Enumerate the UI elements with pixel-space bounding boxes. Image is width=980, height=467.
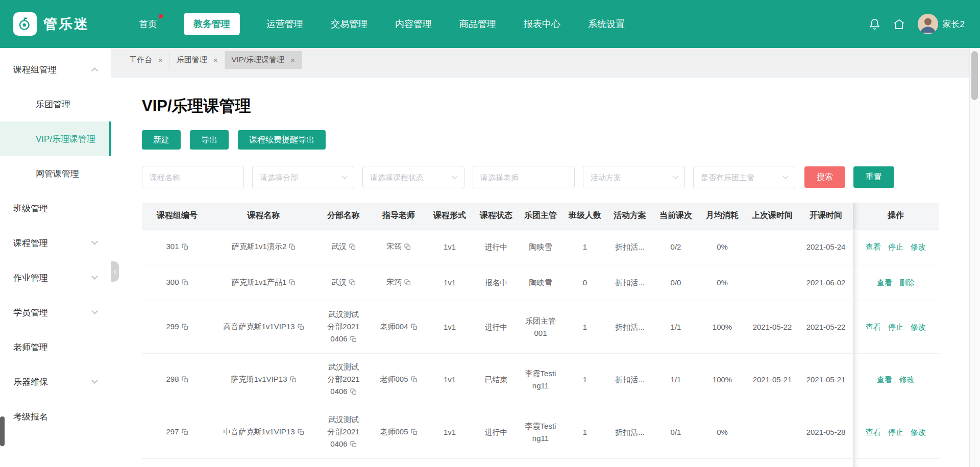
table-cell: 中音萨克斯1v1VIP13 xyxy=(212,406,315,458)
copy-icon[interactable] xyxy=(289,241,296,254)
action-link[interactable]: 查看 xyxy=(866,241,881,253)
tab[interactable]: 乐团管理× xyxy=(170,51,225,69)
nav-item[interactable]: 运营管理 xyxy=(265,13,304,35)
copy-icon[interactable] xyxy=(298,427,304,439)
table-cell: 297 xyxy=(142,406,212,458)
search-button[interactable]: 搜索 xyxy=(804,166,845,188)
action-link[interactable]: 查看 xyxy=(877,374,892,386)
tab[interactable]: 工作台× xyxy=(122,51,170,69)
sidebar-collapse-handle[interactable]: ‹ xyxy=(111,261,119,282)
action-button[interactable]: 新建 xyxy=(142,130,181,150)
sidebar-item[interactable]: VIP/乐理课管理 xyxy=(0,121,111,156)
action-link[interactable]: 查看 xyxy=(877,277,892,289)
nav-item-label: 商品管理 xyxy=(459,19,496,29)
filter-input xyxy=(142,166,244,188)
copy-icon[interactable] xyxy=(182,322,188,334)
nav-item[interactable]: 首页 xyxy=(138,13,158,35)
sidebar-item[interactable]: 老师管理 xyxy=(0,330,111,364)
copy-icon[interactable] xyxy=(350,334,357,346)
sidebar-item[interactable]: 班级管理 xyxy=(0,191,111,226)
vertical-scrollbar[interactable] xyxy=(969,48,980,467)
table-cell xyxy=(746,406,799,458)
table-row: 301萨克斯1v1演示2武汉宋筠1v1进行中陶映雪1折扣活...0/20%202… xyxy=(142,229,939,265)
copy-icon[interactable] xyxy=(411,374,418,386)
home-icon[interactable] xyxy=(893,18,905,30)
sidebar-item-label: VIP/乐理课管理 xyxy=(36,133,95,145)
avatar[interactable] xyxy=(918,14,938,34)
tab-bar: 工作台×乐团管理×VIP/乐理课管理× xyxy=(111,48,969,72)
column-header: 分部名称 xyxy=(315,203,372,229)
filter-select xyxy=(693,166,795,188)
table-cell xyxy=(607,458,653,467)
action-link[interactable]: 停止 xyxy=(888,426,903,438)
nav-item[interactable]: 商品管理 xyxy=(458,13,497,35)
copy-icon[interactable] xyxy=(298,322,304,334)
close-icon[interactable]: × xyxy=(158,56,163,64)
copy-icon[interactable] xyxy=(289,277,296,289)
copy-icon[interactable] xyxy=(411,322,418,334)
copy-icon[interactable] xyxy=(350,386,357,399)
close-icon[interactable]: × xyxy=(290,56,295,64)
filter-field[interactable] xyxy=(252,166,354,188)
sidebar: 课程组管理乐团管理VIP/乐理课管理网管课管理班级管理课程管理作业管理学员管理老… xyxy=(0,48,111,467)
table-row: 299高音萨克斯1v1VIP13武汉测试 分部2021 0406老师0041v1… xyxy=(142,301,939,353)
courses-table: 课程组编号课程名称分部名称指导老师课程形式课程状态乐团主管班级人数活动方案当前课… xyxy=(142,203,939,467)
action-button[interactable]: 课程续费提醒导出 xyxy=(238,130,326,150)
table-row: 武汉测试 分部2021 0406李霞Testi ng11 xyxy=(142,458,939,467)
action-link[interactable]: 修改 xyxy=(911,241,926,253)
action-link[interactable]: 修改 xyxy=(911,321,926,333)
nav-item[interactable]: 交易管理 xyxy=(330,13,369,35)
table-cell: 进行中 xyxy=(474,229,518,265)
sidebar-item[interactable]: 作业管理 xyxy=(0,260,111,295)
filter-field[interactable] xyxy=(583,166,685,188)
reset-button[interactable]: 重置 xyxy=(853,166,894,188)
sidebar-item[interactable]: 网管课管理 xyxy=(0,156,111,191)
copy-icon[interactable] xyxy=(182,374,188,386)
sidebar-item[interactable]: 课程管理 xyxy=(0,226,111,260)
filter-field[interactable] xyxy=(142,166,244,188)
copy-icon[interactable] xyxy=(404,277,411,289)
filter-field[interactable] xyxy=(362,166,464,188)
action-link[interactable]: 查看 xyxy=(866,321,881,333)
user-menu[interactable]: 家长2 xyxy=(918,14,965,34)
sidebar-item[interactable]: 课程组管理 xyxy=(0,52,111,87)
copy-icon[interactable] xyxy=(182,277,188,289)
copy-icon[interactable] xyxy=(290,374,297,386)
action-link[interactable]: 查看 xyxy=(866,426,881,438)
table-cell: 武汉 xyxy=(315,265,372,301)
action-link[interactable]: 停止 xyxy=(888,241,903,253)
nav-item[interactable]: 内容管理 xyxy=(394,13,433,35)
notification-bell-icon[interactable] xyxy=(869,18,880,30)
action-button[interactable]: 导出 xyxy=(190,130,229,150)
vertical-scrollbar-thumb[interactable] xyxy=(971,51,978,100)
copy-icon[interactable] xyxy=(349,277,356,289)
sidebar-item[interactable]: 学员管理 xyxy=(0,295,111,330)
copy-icon[interactable] xyxy=(411,427,418,439)
table-cell: 武汉 xyxy=(315,229,372,265)
nav-item[interactable]: 教务管理 xyxy=(184,13,240,35)
tab[interactable]: VIP/乐理课管理× xyxy=(225,51,302,69)
copy-icon[interactable] xyxy=(182,241,188,254)
nav-item[interactable]: 报表中心 xyxy=(523,13,561,35)
copy-icon[interactable] xyxy=(349,241,356,254)
sidebar-item[interactable]: 考级报名 xyxy=(0,399,111,434)
action-link[interactable]: 停止 xyxy=(888,321,903,333)
filter-field[interactable] xyxy=(693,166,795,188)
copy-icon[interactable] xyxy=(404,241,411,254)
filter-field[interactable] xyxy=(473,166,575,188)
sidebar-scrollbar-thumb[interactable] xyxy=(0,416,5,446)
copy-icon[interactable] xyxy=(182,427,188,439)
copy-icon[interactable] xyxy=(350,439,357,451)
nav-item[interactable]: 系统设置 xyxy=(587,13,626,35)
action-link[interactable]: 修改 xyxy=(899,374,915,386)
action-link[interactable]: 删除 xyxy=(899,277,915,289)
main-layout: 课程组管理乐团管理VIP/乐理课管理网管课管理班级管理课程管理作业管理学员管理老… xyxy=(0,48,980,467)
table-cell: 1 xyxy=(563,301,607,353)
sidebar-item[interactable]: 乐器维保 xyxy=(0,364,111,399)
table-cell: 100% xyxy=(699,353,746,406)
action-button-row: 新建导出课程续费提醒导出 xyxy=(142,130,939,150)
sidebar-item[interactable]: 乐团管理 xyxy=(0,87,111,121)
action-link[interactable]: 修改 xyxy=(911,426,926,438)
close-icon[interactable]: × xyxy=(213,56,218,64)
actions-cell: 查看删除 xyxy=(853,265,939,301)
